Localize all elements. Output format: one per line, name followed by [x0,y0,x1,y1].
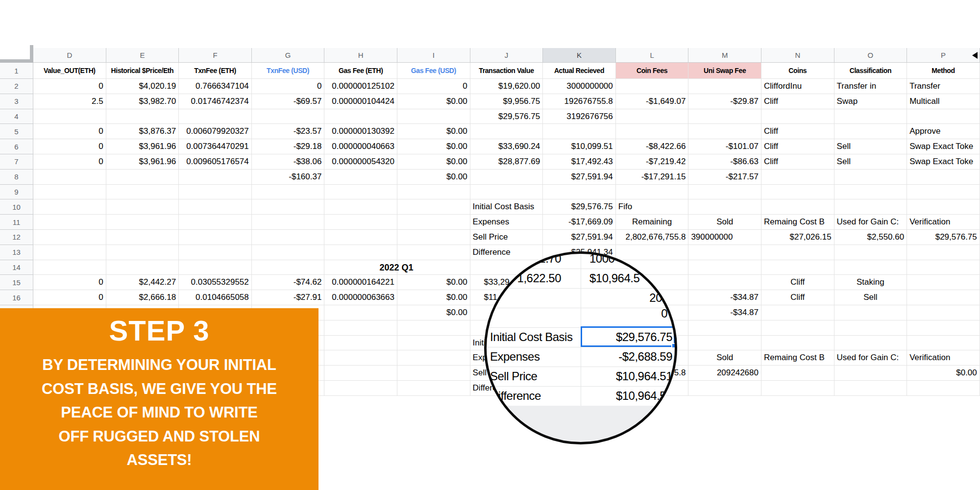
cell-D15[interactable]: 0 [33,275,106,290]
cell-G6[interactable]: -$29.18 [252,139,325,154]
cell-K9[interactable] [543,185,616,200]
cell-D13[interactable] [33,245,106,260]
cell-F10[interactable] [179,199,252,215]
row-header-12[interactable]: 12 [0,230,33,245]
cell-M16[interactable]: -$34.87 [688,290,761,305]
cell-I1[interactable]: Gas Fee (USD) [397,63,470,79]
cell-I21[interactable] [397,366,470,381]
cell-O8[interactable] [834,170,907,185]
cell-E10[interactable] [106,199,179,215]
cell-O17[interactable] [834,305,907,320]
cell-J11[interactable]: Expenses [470,215,543,230]
cell-N8[interactable] [761,170,834,185]
cell-L8[interactable]: -$17,291.15 [616,170,689,185]
cell-N3[interactable]: Cliff [761,94,834,109]
cell-F14[interactable] [179,260,252,275]
cell-I15[interactable]: $0.00 [397,275,470,290]
row-header-15[interactable]: 15 [0,275,33,290]
cell-H12[interactable] [324,230,397,245]
cell-O20[interactable]: Used for Gain C: [834,350,907,366]
cell-G4[interactable] [252,109,325,124]
cell-G14[interactable] [252,260,325,275]
cell-F7[interactable]: 0.009605176574 [179,154,252,170]
cell-H6[interactable]: 0.000000040663 [324,139,397,154]
cell-N11[interactable]: Remaing Cost B [761,215,834,230]
cell-F15[interactable]: 0.03055329552 [179,275,252,290]
cell-I6[interactable]: $0.00 [397,139,470,154]
cell-H8[interactable] [324,170,397,185]
cell-E4[interactable] [106,109,179,124]
cell-H15[interactable]: 0.000000164221 [324,275,397,290]
cell-J12[interactable]: Sell Price [470,230,543,245]
cell-H5[interactable]: 0.000000130392 [324,124,397,139]
cell-L4[interactable] [616,109,689,124]
cell-N10[interactable] [761,199,834,215]
cell-M11[interactable]: Sold [688,215,761,230]
cell-I22[interactable] [397,381,470,396]
cell-N20[interactable]: Remaing Cost B [761,350,834,366]
cell-N21[interactable] [761,366,834,381]
column-header-K[interactable]: K [543,48,616,63]
cell-P8[interactable] [907,170,980,185]
cell-E14[interactable] [106,260,179,275]
cell-H11[interactable] [324,215,397,230]
cell-P16[interactable] [907,290,980,305]
cell-H22[interactable] [324,381,397,396]
cell-O15[interactable]: Staking [834,275,907,290]
cell-I19[interactable] [397,336,470,351]
cell-G11[interactable] [252,215,325,230]
cell-P13[interactable] [907,245,980,260]
cell-P20[interactable]: Verification [907,350,980,366]
cell-O13[interactable] [834,245,907,260]
cell-P19[interactable] [907,336,980,351]
cell-D5[interactable]: 0 [33,124,106,139]
cell-D12[interactable] [33,230,106,245]
cell-M7[interactable]: -$86.63 [688,154,761,170]
cell-O18[interactable] [834,320,907,336]
cell-J5[interactable] [470,124,543,139]
cell-O4[interactable] [834,109,907,124]
cell-O7[interactable]: Sell [834,154,907,170]
cell-H1[interactable]: Gas Fee (ETH) [324,63,397,79]
cell-P17[interactable] [907,305,980,320]
cell-E11[interactable] [106,215,179,230]
cell-N18[interactable] [761,320,834,336]
cell-H19[interactable] [324,336,397,351]
cell-J7[interactable]: $28,877.69 [470,154,543,170]
cell-F13[interactable] [179,245,252,260]
cell-M5[interactable] [688,124,761,139]
row-header-8[interactable]: 8 [0,170,33,185]
cell-I12[interactable] [397,230,470,245]
row-header-16[interactable]: 16 [0,290,33,305]
column-header-E[interactable]: E [106,48,179,63]
cell-O16[interactable]: Sell [834,290,907,305]
column-header-J[interactable]: J [470,48,543,63]
cell-N6[interactable]: Cliff [761,139,834,154]
cell-H7[interactable]: 0.000000054320 [324,154,397,170]
cell-E12[interactable] [106,230,179,245]
cell-O2[interactable]: Transfer in [834,79,907,94]
cell-J9[interactable] [470,185,543,200]
cell-I13[interactable] [397,245,470,260]
cell-D11[interactable] [33,215,106,230]
cell-O6[interactable]: Sell [834,139,907,154]
cell-K4[interactable]: 3192676756 [543,109,616,124]
cell-F5[interactable]: 0.006079920327 [179,124,252,139]
cell-H16[interactable]: 0.000000063663 [324,290,397,305]
cell-D4[interactable] [33,109,106,124]
cell-F4[interactable] [179,109,252,124]
cell-N16[interactable]: Cliff [761,290,834,305]
cell-O12[interactable]: $2,550.60 [834,230,907,245]
cell-L7[interactable]: -$7,219.42 [616,154,689,170]
cell-D3[interactable]: 2.5 [33,94,106,109]
cell-E7[interactable]: $3,961.96 [106,154,179,170]
cell-I2[interactable]: 0 [397,79,470,94]
cell-E16[interactable]: $2,666.18 [106,290,179,305]
cell-M14[interactable] [688,260,761,275]
cell-O11[interactable]: Used for Gain C: [834,215,907,230]
column-header-M[interactable]: M [688,48,761,63]
cell-J4[interactable]: $29,576.75 [470,109,543,124]
cell-P15[interactable] [907,275,980,290]
cell-K3[interactable]: 192676755.8 [543,94,616,109]
cell-F12[interactable] [179,230,252,245]
